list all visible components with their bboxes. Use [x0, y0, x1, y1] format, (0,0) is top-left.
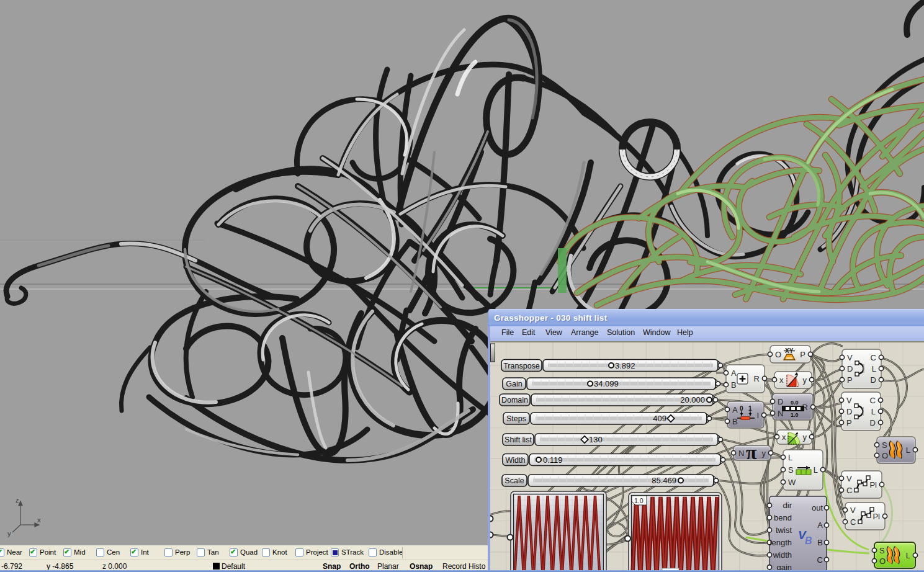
svg-text:Steps: Steps	[506, 414, 526, 423]
svg-text:x: x	[37, 516, 41, 524]
svg-text:L: L	[906, 445, 910, 455]
svg-text:length: length	[770, 538, 792, 547]
svg-text:P: P	[847, 375, 853, 385]
svg-text:N: N	[738, 449, 744, 458]
svg-text:out: out	[812, 503, 823, 512]
svg-text:y: y	[7, 530, 11, 537]
svg-text:D: D	[778, 397, 783, 406]
svg-text:bend: bend	[774, 513, 792, 522]
svg-text:z: z	[16, 496, 19, 504]
svg-text:A: A	[817, 521, 823, 530]
svg-text:S: S	[882, 440, 887, 450]
svg-text:1.0: 1.0	[634, 497, 644, 504]
svg-text:3.892: 3.892	[615, 361, 635, 370]
svg-text:Domain: Domain	[501, 396, 528, 404]
svg-text:V: V	[846, 474, 852, 483]
svg-text:V: V	[846, 396, 852, 405]
svg-text:0.0: 0.0	[791, 400, 799, 406]
svg-text:y: y	[803, 375, 807, 385]
svg-text:I: I	[756, 411, 759, 420]
svg-text:S: S	[879, 546, 885, 555]
svg-text:S: S	[788, 465, 794, 475]
svg-text:R: R	[754, 374, 760, 383]
svg-text:twist: twist	[776, 525, 792, 535]
svg-text:B: B	[805, 535, 812, 546]
svg-text:P: P	[846, 418, 852, 427]
svg-text:0.119: 0.119	[543, 455, 563, 465]
svg-text:V: V	[847, 353, 853, 362]
svg-text:D: D	[870, 418, 876, 427]
svg-text:O: O	[882, 451, 888, 460]
svg-text:D: D	[847, 364, 853, 373]
svg-text:L: L	[814, 465, 818, 475]
svg-text:85.469: 85.469	[652, 476, 676, 485]
svg-text:P: P	[800, 350, 805, 359]
svg-text:y: y	[762, 449, 766, 458]
svg-text:B: B	[732, 417, 738, 426]
svg-text:Width: Width	[506, 456, 526, 465]
svg-text:20.000: 20.000	[680, 395, 705, 404]
svg-text:409: 409	[653, 414, 666, 423]
svg-text:C: C	[871, 353, 876, 362]
svg-text:Pl: Pl	[869, 480, 877, 489]
svg-text:π: π	[746, 441, 757, 463]
svg-text:y: y	[803, 432, 807, 442]
svg-text:Gain: Gain	[506, 380, 522, 388]
svg-text:Shift list: Shift list	[505, 436, 532, 444]
svg-text:O: O	[775, 350, 781, 359]
svg-text:x: x	[782, 432, 786, 442]
svg-text:130: 130	[589, 435, 603, 444]
svg-text:L: L	[871, 407, 876, 416]
svg-text:1.0: 1.0	[791, 412, 799, 418]
svg-text:Pl: Pl	[872, 512, 880, 521]
svg-text:Scale: Scale	[505, 476, 524, 485]
svg-text:B: B	[817, 538, 823, 547]
svg-text:L: L	[906, 551, 910, 560]
svg-text:1: 1	[748, 405, 752, 412]
svg-text:A: A	[732, 405, 738, 414]
svg-text:B: B	[731, 380, 737, 390]
svg-text:0: 0	[740, 405, 743, 412]
svg-text:width: width	[773, 550, 792, 560]
svg-text:C: C	[846, 486, 852, 495]
svg-text:D: D	[846, 407, 852, 416]
svg-text:34.099: 34.099	[594, 379, 619, 388]
svg-text:L: L	[788, 453, 792, 462]
svg-text:L: L	[872, 364, 876, 373]
svg-text:O: O	[879, 556, 886, 566]
svg-text:D: D	[871, 375, 876, 385]
svg-text:V: V	[850, 506, 856, 515]
svg-text:C: C	[817, 555, 823, 565]
svg-text:A: A	[731, 369, 737, 378]
svg-text:dir: dir	[783, 501, 792, 510]
svg-text:x: x	[779, 375, 784, 385]
svg-text:W: W	[788, 478, 796, 487]
svg-text:C: C	[870, 396, 876, 405]
svg-text:Transpose: Transpose	[503, 362, 540, 370]
svg-text:C: C	[850, 517, 856, 527]
